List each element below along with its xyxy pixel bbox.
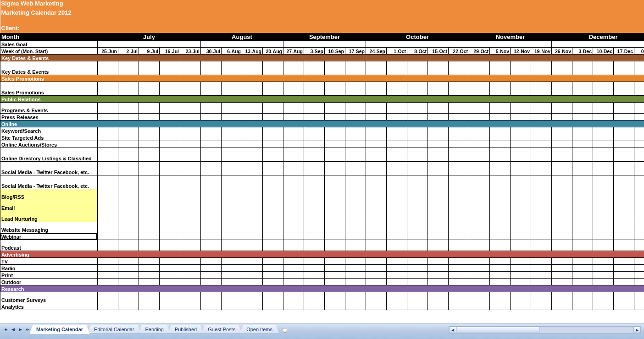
calendar-grid[interactable]: Sigma Web Marketing Marketing Calendar 2… (0, 0, 644, 310)
row-social-2: Social Media - Twitter Facebook, etc. (0, 175, 644, 189)
row-online-auctions: Online Auctions/Stores (0, 141, 644, 148)
client-label: Client: (0, 25, 644, 33)
row-key-dates: Key Dates & Events (0, 61, 644, 75)
month-sep[interactable]: September (283, 33, 366, 40)
month-jul[interactable]: July (98, 33, 201, 40)
tab-nav-prev-icon[interactable]: ◀ (9, 325, 17, 334)
row-webinar: Webinar (0, 233, 644, 240)
row-print: Print (0, 271, 644, 278)
tab-nav-next-icon[interactable]: ▶ (17, 325, 24, 334)
horizontal-scrollbar[interactable]: ◀ ▶ (449, 326, 641, 334)
scroll-thumb[interactable] (457, 327, 539, 333)
scroll-left-icon[interactable]: ◀ (449, 327, 456, 333)
tab-open-items[interactable]: Open Items (239, 325, 279, 334)
row-website-messaging: Website Messaging (0, 222, 644, 233)
tab-published[interactable]: Published (168, 325, 204, 334)
row-lead-nurturing: Lead Nurturing (0, 211, 644, 222)
row-site-targeted: Site Targeted Ads (0, 134, 644, 141)
tab-label: Editorial Calendar (94, 327, 134, 332)
svg-point-1 (286, 331, 288, 333)
title-line2: Marketing Calendar 2012 (0, 9, 644, 18)
month-nov[interactable]: November (469, 33, 552, 40)
tab-label: Pending (145, 327, 164, 332)
section-sales-promotions: Sales Promotions (0, 75, 644, 82)
row-press-releases: Press Releases (0, 113, 644, 120)
month-row: Month July August September October Nove… (0, 33, 644, 40)
tab-label: Marketing Calendar (36, 327, 83, 332)
section-research: Research (0, 285, 644, 292)
tab-label: Guest Posts (208, 327, 235, 332)
row-keyword-search: Keyword/Search (0, 127, 644, 134)
tab-nav-buttons: ⏮ ◀ ▶ ⏭ (0, 323, 32, 334)
worksheet-tabstrip: ⏮ ◀ ▶ ⏭ Marketing Calendar Editorial Cal… (0, 323, 644, 339)
tab-label: Published (175, 327, 197, 332)
tab-nav-first-icon[interactable]: ⏮ (2, 325, 9, 334)
row-sales-promotions: Sales Promotions (0, 82, 644, 95)
month-label[interactable]: Month (0, 33, 98, 40)
title-line1: Sigma Web Marketing (0, 0, 644, 9)
row-outdoor: Outdoor (0, 278, 644, 285)
row-social-1: Social Media - Twitter Facebook, etc. (0, 161, 644, 175)
section-online: Online (0, 120, 644, 127)
row-directory: Online Directory Listings & Classified (0, 148, 644, 161)
insert-worksheet-icon[interactable] (281, 326, 289, 334)
scroll-right-icon[interactable]: ▶ (633, 327, 641, 333)
section-key-dates: Key Dates & Events (0, 54, 644, 61)
row-email: Email (0, 200, 644, 211)
tab-editorial-calendar[interactable]: Editorial Calendar (87, 325, 141, 334)
section-public-relations: Public Relations (0, 95, 644, 102)
tab-guest-posts[interactable]: Guest Posts (201, 325, 242, 334)
row-programs-events: Programs & Events (0, 102, 644, 113)
tab-marketing-calendar[interactable]: Marketing Calendar (29, 325, 90, 334)
month-aug[interactable]: August (201, 33, 283, 40)
row-week-of: Week of (Mon. Start) 25-Jun2-Jul9-Jul16-… (0, 47, 644, 54)
row-radio: Radio (0, 264, 644, 271)
row-analytics: Analytics (0, 303, 644, 310)
row-tv: TV (0, 257, 644, 264)
tab-label: Open Items (246, 327, 272, 332)
tab-pending[interactable]: Pending (139, 325, 171, 334)
month-dec[interactable]: December (552, 33, 644, 40)
spreadsheet-area[interactable]: Sigma Web Marketing Marketing Calendar 2… (0, 0, 644, 323)
row-podcast: Podcast (0, 240, 644, 251)
section-advertising: Advertising (0, 251, 644, 257)
month-oct[interactable]: October (366, 33, 469, 40)
row-sales-goal: Sales Goal (0, 40, 644, 47)
worksheet-tabs: Marketing Calendar Editorial Calendar Pe… (32, 323, 289, 334)
row-blog: Blog/RSS (0, 189, 644, 200)
row-customer-surveys: Customer Surveys (0, 292, 644, 303)
